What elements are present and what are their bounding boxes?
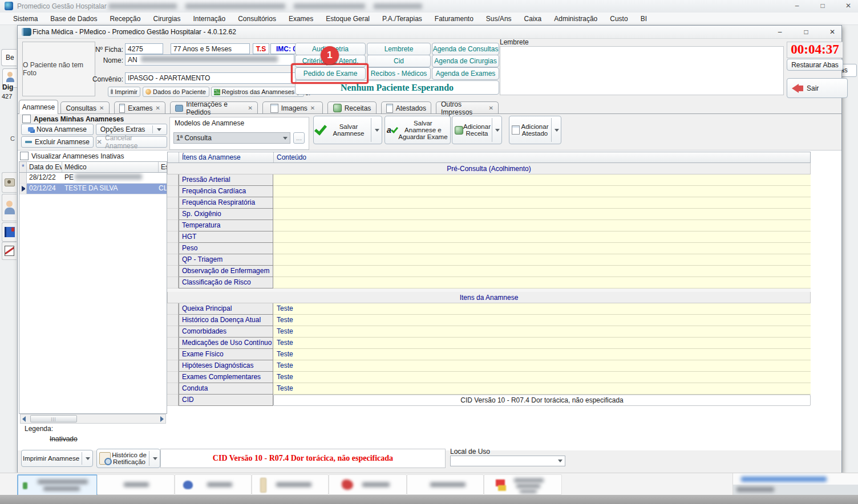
background-toolbar-button[interactable] — [97, 474, 175, 495]
background-toolbar-button[interactable] — [175, 474, 252, 495]
imprimir-button[interactable]: Imprimir — [108, 87, 140, 97]
grid-header-conteudo[interactable]: Conteúdo — [274, 152, 810, 162]
chevron-down-icon[interactable] — [375, 129, 379, 132]
sair-button[interactable]: Sair — [787, 78, 848, 98]
lembrete-button[interactable]: Lembrete — [367, 43, 431, 55]
menu-faturamento[interactable]: Faturamento — [428, 15, 480, 23]
chevron-down-icon[interactable] — [153, 457, 157, 460]
modelo-ellipsis-button[interactable]: ... — [293, 132, 305, 144]
background-tab-be[interactable]: Be — [1, 49, 17, 66]
agenda-cirurgias-button[interactable]: Agenda de Cirurgias — [432, 55, 499, 67]
opcoes-extras-button[interactable]: Opções Extras — [96, 124, 167, 135]
modelo-combobox[interactable]: 1ª Consulta — [173, 132, 290, 144]
menu-sus-ans[interactable]: Sus/Ans — [480, 15, 518, 23]
anamnese-row[interactable]: 28/12/22 PE — [19, 173, 167, 184]
salvar-aguardar-exame-button[interactable]: a Salvar Anamnese e Aguardar Exame — [385, 116, 451, 144]
nome-input[interactable]: AN — [125, 54, 294, 66]
background-toolbar-button[interactable] — [17, 474, 98, 496]
restaurar-abas-button[interactable]: Restaurar Abas — [787, 59, 843, 71]
chevron-down-icon[interactable] — [86, 457, 90, 460]
agenda-exames-button[interactable]: Agenda de Exames — [432, 67, 499, 80]
close-icon[interactable]: ✕ — [156, 105, 160, 111]
tab-exames[interactable]: Exames✕ — [114, 101, 165, 114]
window-maximize-button[interactable]: □ — [798, 27, 814, 37]
menu-bi[interactable]: BI — [634, 15, 653, 23]
tab-atestados[interactable]: Atestados — [381, 101, 431, 114]
scroll-left-icon[interactable] — [22, 416, 26, 422]
column-medico[interactable]: Médico — [62, 162, 159, 172]
tab-receitas[interactable]: Receitas — [327, 101, 377, 114]
grid-row: QP - Triagem — [167, 254, 811, 266]
chevron-down-icon[interactable] — [495, 129, 500, 132]
close-icon[interactable]: ✕ — [248, 105, 253, 111]
tab-consultas[interactable]: Consultas✕ — [60, 101, 110, 114]
lembrete-panel[interactable] — [500, 46, 784, 95]
grid-header-itens[interactable]: Ítens da Anamnese — [179, 152, 274, 162]
background-tab-book[interactable] — [2, 222, 17, 242]
column-esp[interactable]: Esp — [159, 162, 167, 172]
menu-administracao[interactable]: Administração — [548, 15, 604, 23]
anamnese-row-selected[interactable]: 02/12/24 TESTE DA SILVA CLI — [19, 184, 167, 194]
agenda-consultas-button[interactable]: Agenda de Consultas — [432, 43, 499, 55]
excluir-anamnese-button[interactable]: Excluir Anamnese — [21, 136, 94, 148]
menu-sistema[interactable]: Sistema — [7, 15, 44, 23]
background-toolbar-button[interactable] — [252, 474, 329, 495]
corner-cell[interactable]: * — [19, 162, 27, 172]
recibos-medicos-button[interactable]: Recibos - Médicos — [367, 67, 431, 80]
close-icon[interactable]: ✕ — [310, 105, 315, 111]
tab-imagens[interactable]: Imagens✕ — [262, 101, 323, 114]
window-minimize-button[interactable]: – — [772, 27, 788, 37]
adicionar-atestado-button[interactable]: Adicionar Atestado — [509, 116, 561, 144]
window-close-button[interactable]: ✕ — [824, 27, 840, 37]
tab-anamnese[interactable]: Anamnese — [19, 100, 58, 114]
background-tab-doctor[interactable] — [2, 194, 17, 221]
visualizar-inativas-checkbox[interactable]: Visualizar Anamneses Inativas — [20, 152, 124, 160]
dados-do-paciente-button[interactable]: Dados do Paciente — [143, 87, 209, 97]
outer-maximize-button[interactable]: □ — [814, 0, 831, 12]
menu-cirurgias[interactable]: Cirurgias — [147, 15, 187, 23]
ficha-input[interactable]: 4275 — [125, 43, 163, 54]
menu-custo[interactable]: Custo — [604, 15, 634, 23]
tab-internacoes-pedidos[interactable]: Internações e Pedidos✕ — [170, 101, 258, 114]
check-icon — [314, 122, 327, 135]
menu-recepcao[interactable]: Recepção — [103, 15, 147, 23]
historico-retificacao-button[interactable]: Histórico deRetificação — [96, 449, 160, 468]
close-icon[interactable]: ✕ — [99, 105, 104, 111]
local-de-uso-dropdown[interactable] — [450, 456, 565, 466]
menu-internacao[interactable]: Internação — [187, 15, 232, 23]
menu-exames[interactable]: Exames — [282, 15, 319, 23]
salvar-anamnese-button[interactable]: Salvar Anamnese — [313, 116, 382, 144]
list-horizontal-scrollbar[interactable]: ||| — [20, 414, 166, 424]
checkbox-icon[interactable] — [22, 115, 31, 123]
close-icon[interactable]: ✕ — [489, 105, 493, 111]
background-toolbar-button[interactable] — [329, 474, 407, 495]
menu-caixa[interactable]: Caixa — [518, 15, 548, 23]
background-tab-photo[interactable] — [2, 172, 17, 193]
menu-consultorios[interactable]: Consultórios — [232, 15, 282, 23]
registros-anamneses-button[interactable]: ACTLOG Registros das Anamneses (Log) — [211, 87, 304, 97]
imprimir-anamnese-button[interactable]: Imprimir Anamnese — [21, 450, 93, 467]
nova-anamnese-button[interactable]: Nova Anamnese — [21, 124, 94, 135]
background-toolbar-button[interactable] — [407, 474, 484, 495]
tab-outros-impressos[interactable]: Outros Impressos✕ — [436, 101, 499, 114]
tipo-sanguineo-button[interactable]: T.S — [253, 43, 269, 54]
lembrete-panel-label: Lembrete — [500, 38, 529, 46]
outer-close-button[interactable]: ✕ — [840, 0, 857, 12]
chevron-down-icon[interactable] — [555, 129, 559, 132]
background-tab-notes[interactable] — [2, 242, 17, 260]
outer-minimize-button[interactable]: – — [788, 0, 806, 12]
menu-pa-terapias[interactable]: P.A./Terapias — [376, 15, 428, 23]
menu-base-de-dados[interactable]: Base de Dados — [44, 15, 103, 23]
apenas-minhas-checkbox[interactable]: Apenas Minhas Anamneses — [22, 115, 124, 123]
adicionar-receita-button[interactable]: Adicionar Receita — [452, 116, 502, 144]
column-data[interactable]: Data do Ev — [27, 162, 62, 172]
menu-estoque-geral[interactable]: Estoque Geral — [319, 15, 376, 23]
scrollbar-thumb[interactable]: ||| — [30, 415, 77, 422]
convenio-input[interactable]: IPASGO - APARTAMENTO — [125, 72, 296, 84]
background-toolbar-button[interactable] — [484, 474, 562, 495]
checkbox-icon[interactable] — [20, 152, 29, 160]
cid-button[interactable]: Cid — [367, 55, 431, 67]
patient-photo-placeholder: O Paciente não tem Foto — [22, 42, 95, 96]
scroll-right-icon[interactable] — [160, 416, 164, 422]
cid-value[interactable]: CID Versão 10 - R07.4 Dor torácica, não … — [273, 395, 811, 406]
